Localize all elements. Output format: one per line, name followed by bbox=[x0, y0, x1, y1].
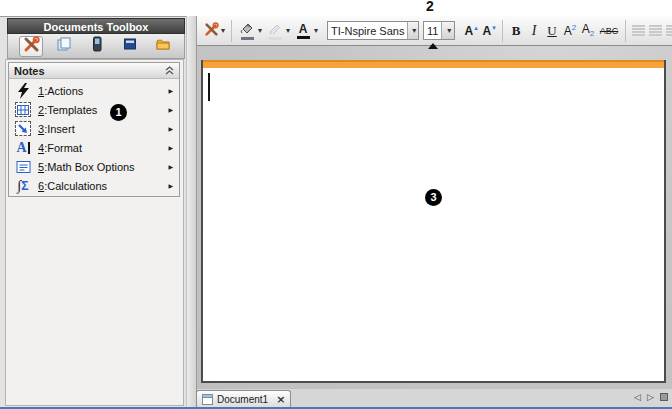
math-box-icon bbox=[14, 159, 32, 175]
page-navigation: ◁ ▷ bbox=[634, 392, 668, 402]
chevron-down-icon: ▾ bbox=[286, 26, 290, 35]
tab-document-tools[interactable] bbox=[19, 36, 43, 57]
menu-item-label: 3:Insert bbox=[38, 123, 75, 135]
line-color-button[interactable]: ▾ bbox=[264, 21, 292, 41]
collapse-chevron-icon[interactable] bbox=[165, 66, 174, 75]
strikethrough-button[interactable]: ABC bbox=[597, 26, 621, 36]
superscript-button[interactable]: A2 bbox=[561, 23, 579, 38]
toolbox-tab-row bbox=[7, 34, 185, 59]
align-center-icon[interactable] bbox=[649, 25, 662, 36]
notes-panel-header[interactable]: Notes bbox=[9, 63, 179, 79]
align-left-icon[interactable] bbox=[632, 25, 645, 36]
integral-sigma-icon: ∫Σ bbox=[14, 178, 32, 194]
subscript-button[interactable]: A2 bbox=[579, 22, 597, 38]
toolbar-separator bbox=[625, 20, 626, 42]
menu-item-label: 2:Templates bbox=[38, 104, 97, 116]
fill-color-button[interactable]: ▾ bbox=[236, 21, 264, 41]
menu-item-templates[interactable]: 2:Templates ▶ bbox=[9, 100, 179, 119]
tab-handheld-setup[interactable] bbox=[85, 36, 109, 57]
font-family-select[interactable]: TI-Nspire Sans ▾ bbox=[327, 21, 419, 40]
font-family-dropdown-button[interactable]: ▾ bbox=[407, 22, 418, 39]
insert-arrow-icon bbox=[15, 121, 31, 136]
submenu-arrow-icon: ▶ bbox=[168, 125, 173, 132]
formatting-toolbar: ▾ ▾ bbox=[197, 16, 672, 46]
document-page[interactable] bbox=[201, 60, 666, 383]
document-tab-label: Document1 bbox=[217, 394, 268, 405]
page-header-bar bbox=[203, 60, 664, 68]
callout-2-pointer-icon bbox=[428, 43, 438, 49]
pen-icon bbox=[267, 22, 283, 36]
chevron-down-icon: ▾ bbox=[314, 26, 318, 35]
document-tab[interactable]: Document1 × bbox=[196, 390, 291, 408]
templates-grid-icon bbox=[15, 102, 31, 117]
next-page-icon[interactable]: ▷ bbox=[647, 392, 654, 402]
menu-item-label: 4:Format bbox=[38, 142, 82, 154]
italic-button[interactable]: I bbox=[525, 23, 543, 39]
folder-icon bbox=[155, 36, 171, 56]
text-cursor bbox=[208, 73, 210, 101]
document-workspace bbox=[197, 46, 672, 389]
toolbar-separator bbox=[502, 20, 503, 42]
chevron-down-icon: ▾ bbox=[258, 26, 262, 35]
decrease-font-size-button[interactable]: A▾ bbox=[480, 24, 498, 38]
fill-color-swatch bbox=[241, 37, 254, 40]
menu-item-calculations[interactable]: ∫Σ 6:Calculations ▶ bbox=[9, 176, 179, 195]
annotation-strip: 2 bbox=[0, 0, 672, 16]
menu-item-actions[interactable]: 1:Actions ▶ bbox=[9, 81, 179, 100]
chevron-down-icon: ▾ bbox=[221, 26, 225, 35]
menu-item-math-box-options[interactable]: 5:Math Box Options ▶ bbox=[9, 157, 179, 176]
notes-menu-panel: Notes 1:Actions ▶ bbox=[8, 62, 180, 197]
format-a-icon: A bbox=[14, 140, 32, 156]
menu-item-label: 1:Actions bbox=[38, 85, 83, 97]
tab-content-explorer[interactable] bbox=[118, 36, 142, 57]
notes-menu-list: 1:Actions ▶ 2:Templates ▶ bbox=[9, 79, 179, 195]
menu-item-insert[interactable]: 3:Insert ▶ bbox=[9, 119, 179, 138]
tab-page-sorter[interactable] bbox=[52, 36, 76, 57]
callout-2-label: 2 bbox=[420, 0, 440, 14]
pages-icon bbox=[56, 36, 72, 56]
book-icon bbox=[122, 36, 138, 56]
handheld-icon bbox=[89, 36, 105, 56]
ti-nspire-window: 2 Documents Toolbox bbox=[0, 0, 672, 409]
callout-1-badge: 1 bbox=[110, 104, 127, 121]
text-color-a-icon: A bbox=[299, 23, 308, 35]
font-size-select[interactable]: 11 ▾ bbox=[423, 21, 455, 40]
chevron-down-icon: ▾ bbox=[447, 26, 451, 35]
increase-font-size-button[interactable]: A▴ bbox=[462, 24, 480, 38]
callout-3-badge: 3 bbox=[425, 189, 442, 206]
bold-button[interactable]: B bbox=[507, 23, 525, 39]
font-family-value: TI-Nspire Sans bbox=[328, 25, 407, 37]
font-size-dropdown-button[interactable]: ▾ bbox=[441, 22, 454, 39]
toolbar-separator bbox=[231, 20, 232, 42]
document-tools-menu-button[interactable]: ▾ bbox=[202, 21, 227, 40]
documents-toolbox-header: Documents Toolbox bbox=[7, 18, 185, 34]
menu-item-label: 5:Math Box Options bbox=[38, 161, 135, 173]
submenu-arrow-icon: ▶ bbox=[168, 106, 173, 113]
submenu-arrow-icon: ▶ bbox=[168, 182, 173, 189]
previous-page-icon[interactable]: ◁ bbox=[634, 392, 641, 402]
document-icon bbox=[202, 391, 213, 409]
notes-panel-title: Notes bbox=[14, 65, 45, 77]
panel-splitter[interactable] bbox=[186, 16, 197, 407]
down-triangle-icon: ▾ bbox=[492, 24, 496, 32]
lightning-icon bbox=[14, 83, 32, 99]
tools-icon bbox=[204, 22, 219, 39]
tools-icon bbox=[23, 36, 40, 57]
line-color-swatch bbox=[269, 37, 282, 40]
up-triangle-icon: ▴ bbox=[474, 24, 478, 32]
text-color-swatch bbox=[297, 36, 310, 39]
submenu-arrow-icon: ▶ bbox=[168, 87, 173, 94]
page-sorter-icon[interactable] bbox=[660, 393, 668, 401]
chevron-down-icon: ▾ bbox=[412, 26, 416, 35]
close-icon[interactable]: × bbox=[276, 395, 285, 405]
submenu-arrow-icon: ▶ bbox=[168, 144, 173, 151]
text-color-button[interactable]: A ▾ bbox=[292, 22, 320, 40]
paint-bucket-icon bbox=[239, 22, 255, 36]
submenu-arrow-icon: ▶ bbox=[168, 163, 173, 170]
font-size-value: 11 bbox=[424, 25, 441, 37]
menu-item-label: 6:Calculations bbox=[38, 180, 107, 192]
underline-button[interactable]: U bbox=[543, 23, 561, 39]
tab-utilities[interactable] bbox=[151, 36, 175, 57]
menu-item-format[interactable]: A 4:Format ▶ bbox=[9, 138, 179, 157]
align-right-icon[interactable] bbox=[666, 25, 672, 36]
